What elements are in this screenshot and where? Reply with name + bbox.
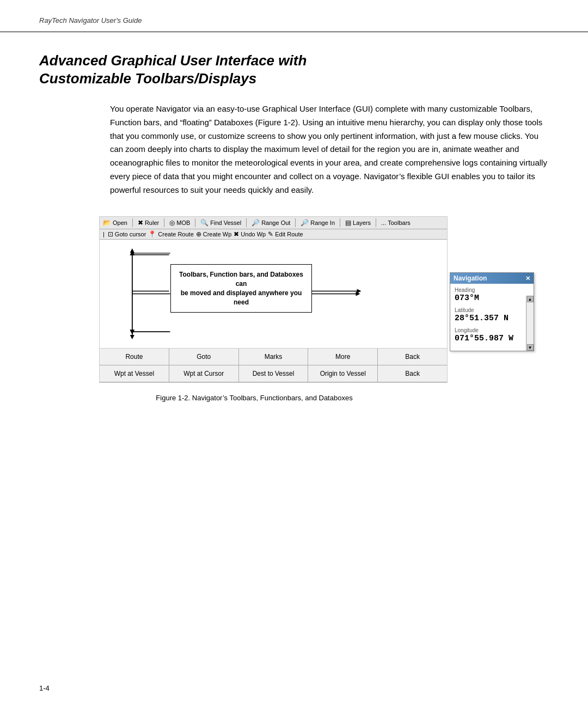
figure-container: 📂 Open ✖ Ruler ◎ MOB 🔍 Find Vessel <box>99 216 480 402</box>
goto-button[interactable]: Goto <box>169 349 239 365</box>
figure-main-area: Toolbars, Function bars, and Databoxes c… <box>100 240 447 349</box>
toolbar-item-range-out[interactable]: 🔎 Range Out <box>252 219 290 227</box>
nav-panel-header: Navigation ✕ <box>450 273 534 284</box>
toolbar-item-create-route[interactable]: 📍 Create Route <box>148 230 193 238</box>
body-text: You operate Navigator via an easy-to-use… <box>110 102 549 197</box>
figure-caption: Figure 1-2. Navigator’s Toolbars, Functi… <box>28 394 480 402</box>
figure-box: 📂 Open ✖ Ruler ◎ MOB 🔍 Find Vessel <box>99 216 448 383</box>
edit-route-icon: ✎ <box>268 230 273 238</box>
back-button-1[interactable]: Back <box>378 349 447 365</box>
latitude-value: 28°51.357 N <box>455 314 520 323</box>
origin-to-vessel-button[interactable]: Origin to Vessel <box>308 365 378 382</box>
toolbar-item-find-vessel[interactable]: 🔍 Find Vessel <box>200 219 241 227</box>
wpt-at-cursor-button[interactable]: Wpt at Cursor <box>169 365 239 382</box>
separator-2 <box>164 218 164 227</box>
toolbar-item-create-wp[interactable]: ⊕ Create Wp <box>196 230 232 238</box>
heading-label: Heading <box>455 287 520 293</box>
toolbar-item-layers[interactable]: ▤ Layers <box>345 219 371 227</box>
annotation-box: Toolbars, Function bars, and Databoxes c… <box>170 264 312 313</box>
goto-cursor-icon: ⊡ <box>108 230 113 238</box>
page-number: 1-4 <box>39 684 50 692</box>
button-row-2: Wpt at Vessel Wpt at Cursor Dest to Vess… <box>100 365 447 382</box>
marks-button[interactable]: Marks <box>239 349 309 365</box>
toolbar-item-edit-route[interactable]: ✎ Edit Route <box>268 230 303 238</box>
separator-7 <box>376 218 376 227</box>
longitude-value: 071°55.987 W <box>455 334 520 343</box>
toolbar-item-range-in[interactable]: 🔎 Range In <box>301 219 335 227</box>
toolbars-dots: ... <box>381 219 386 226</box>
nav-panel: Navigation ✕ Heading 073°M Latitude 28°5… <box>450 272 534 351</box>
svg-marker-9 <box>130 248 134 253</box>
create-wp-icon: ⊕ <box>196 230 201 238</box>
toolbar-item-open[interactable]: 📂 Open <box>103 219 127 227</box>
more-button[interactable]: More <box>308 349 378 365</box>
nav-panel-title: Navigation <box>454 274 487 282</box>
svg-marker-10 <box>130 335 134 339</box>
open-icon: 📂 <box>103 219 111 227</box>
latitude-label: Latitude <box>455 307 520 313</box>
func-divider: | <box>103 231 105 237</box>
toolbar-bar-1: 📂 Open ✖ Ruler ◎ MOB 🔍 Find Vessel <box>100 217 447 229</box>
mob-icon: ◎ <box>169 219 175 227</box>
find-vessel-icon: 🔍 <box>200 219 209 227</box>
button-row-1: Route Goto Marks More Back <box>100 349 447 365</box>
nav-panel-content: Heading 073°M Latitude 28°51.357 N Longi… <box>450 284 525 351</box>
nav-scrollbar[interactable]: ▲ ▼ <box>526 296 534 351</box>
wpt-at-vessel-button[interactable]: Wpt at Vessel <box>100 365 169 382</box>
scroll-down-button[interactable]: ▼ <box>527 344 534 351</box>
separator-4 <box>246 218 247 227</box>
separator-6 <box>340 218 340 227</box>
ruler-icon: ✖ <box>138 219 143 227</box>
separator-3 <box>195 218 195 227</box>
toolbar-item-mob[interactable]: ◎ MOB <box>169 219 190 227</box>
route-button[interactable]: Route <box>100 349 169 365</box>
toolbar-item-undo-wp[interactable]: ✖ Undo Wp <box>234 230 266 238</box>
back-button-2[interactable]: Back <box>378 365 447 382</box>
dest-to-vessel-button[interactable]: Dest to Vessel <box>239 365 309 382</box>
undo-wp-icon: ✖ <box>234 230 239 238</box>
separator-5 <box>295 218 296 227</box>
toolbar-item-toolbars[interactable]: ... Toolbars <box>381 219 411 226</box>
longitude-label: Longitude <box>455 327 520 333</box>
nav-panel-close-button[interactable]: ✕ <box>525 275 530 282</box>
toolbar-item-ruler[interactable]: ✖ Ruler <box>138 219 159 227</box>
page-header-text: RayTech Navigator User's Guide <box>39 16 142 25</box>
separator-1 <box>132 218 133 227</box>
range-in-icon: 🔎 <box>301 219 309 227</box>
chapter-title: Advanced Graphical User Interface with C… <box>39 52 549 87</box>
scroll-up-button[interactable]: ▲ <box>527 296 534 302</box>
function-bar: | ⊡ Goto cursor 📍 Create Route ⊕ Create … <box>100 229 447 240</box>
range-out-icon: 🔎 <box>252 219 260 227</box>
heading-value: 073°M <box>455 294 520 303</box>
svg-marker-5 <box>356 292 360 296</box>
toolbar-item-goto-cursor[interactable]: ⊡ Goto cursor <box>108 230 146 238</box>
svg-marker-15 <box>357 289 362 294</box>
create-route-icon: 📍 <box>148 230 156 238</box>
layers-icon: ▤ <box>345 219 351 227</box>
